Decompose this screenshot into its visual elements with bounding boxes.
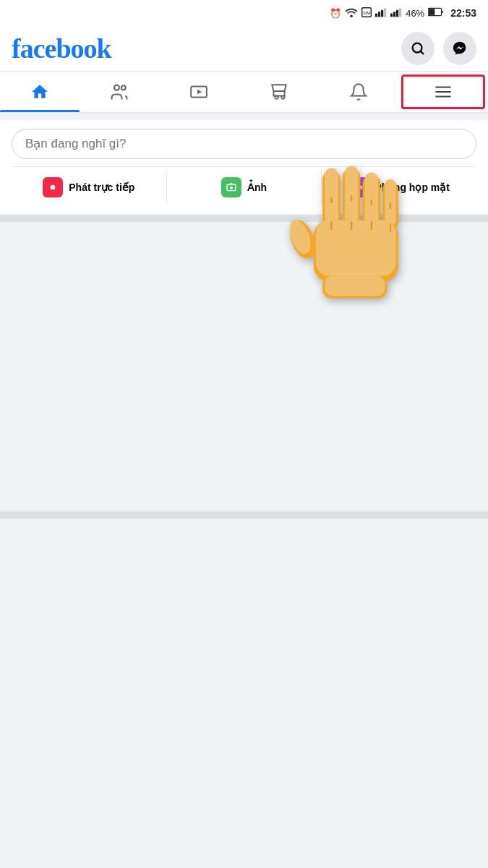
- content-area-2: [0, 519, 488, 808]
- tab-notifications[interactable]: [319, 72, 398, 112]
- svg-point-25: [230, 187, 233, 190]
- post-actions: Phát trực tiếp Ảnh Phòng họp mặt: [12, 166, 476, 205]
- watch-icon: [189, 82, 208, 101]
- svg-point-14: [121, 85, 126, 90]
- tab-home[interactable]: [0, 72, 80, 112]
- marketplace-icon: [270, 82, 288, 101]
- svg-rect-6: [390, 13, 393, 17]
- live-icon: [43, 177, 63, 197]
- signal-bars-icon: [375, 7, 387, 20]
- post-box-area: Phát trực tiếp Ảnh Phòng họp mặt: [0, 120, 488, 213]
- tab-marketplace[interactable]: [239, 72, 319, 112]
- room-icon: [348, 177, 369, 197]
- messenger-button[interactable]: [443, 32, 476, 65]
- live-button[interactable]: Phát trực tiếp: [12, 170, 167, 205]
- svg-rect-8: [396, 9, 398, 17]
- svg-point-12: [413, 43, 422, 53]
- time-display: 22:53: [450, 7, 476, 19]
- svg-rect-9: [399, 8, 401, 17]
- post-input-row: [12, 129, 476, 159]
- live-label: Phát trực tiếp: [69, 182, 134, 194]
- wifi-icon: [345, 7, 358, 20]
- battery-icon: [428, 7, 444, 19]
- svg-rect-5: [384, 8, 386, 17]
- facebook-logo: facebook: [12, 33, 111, 64]
- search-icon: [410, 41, 426, 56]
- content-area-1: [0, 222, 488, 511]
- content-divider-2: [0, 511, 488, 519]
- svg-rect-2: [375, 13, 377, 17]
- svg-rect-3: [378, 12, 380, 17]
- alarm-icon: ⏰: [330, 8, 341, 19]
- svg-marker-16: [197, 90, 202, 95]
- header-actions: [401, 32, 476, 65]
- battery-percent: 46%: [406, 8, 424, 19]
- room-label: Phòng họp mặt: [374, 182, 450, 194]
- navigation-tabs: [0, 72, 488, 113]
- status-bar: ⏰ SIM: [0, 0, 488, 26]
- svg-rect-26: [354, 185, 361, 190]
- signal-bars-2-icon: [390, 7, 402, 20]
- bell-icon: [349, 82, 368, 101]
- messenger-icon: [452, 41, 468, 56]
- svg-point-13: [114, 85, 119, 90]
- photo-icon: [221, 177, 241, 197]
- app-header: facebook: [0, 26, 488, 72]
- svg-rect-4: [381, 9, 383, 17]
- room-button[interactable]: Phòng họp mặt: [322, 170, 476, 205]
- svg-text:SIM: SIM: [363, 10, 370, 14]
- photo-label: Ảnh: [247, 182, 267, 193]
- menu-icon: [434, 82, 453, 101]
- status-icons: ⏰ SIM: [330, 7, 476, 20]
- svg-rect-7: [393, 12, 395, 17]
- home-icon: [30, 82, 49, 101]
- tab-watch[interactable]: [159, 72, 239, 112]
- search-button[interactable]: [401, 32, 435, 65]
- photo-button[interactable]: Ảnh: [167, 170, 322, 205]
- post-input[interactable]: [12, 129, 476, 159]
- tab-menu[interactable]: [401, 75, 485, 109]
- tab-friends[interactable]: [80, 72, 159, 112]
- sim-card-icon: SIM: [361, 7, 372, 20]
- friends-icon: [109, 82, 129, 102]
- content-divider-1: [0, 215, 488, 222]
- svg-rect-11: [429, 9, 435, 14]
